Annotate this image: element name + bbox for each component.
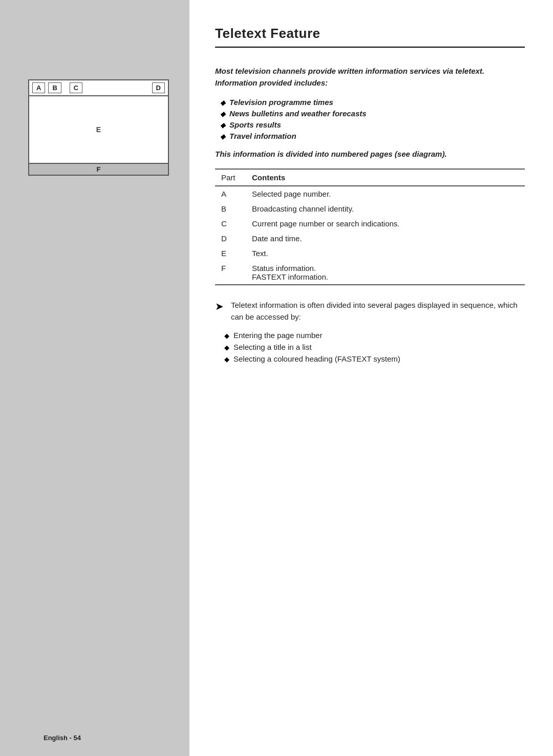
diamond-icon: ◆ [220, 99, 225, 107]
table-header-contents: Contents [246, 169, 525, 186]
diamond-icon: ◆ [224, 332, 229, 340]
table-cell-content: Status information.FASTEXT information. [246, 261, 525, 285]
diagram-cell-d: D [152, 82, 165, 93]
table-cell-part: A [215, 186, 246, 201]
note-section: ➤ Teletext information is often divided … [215, 300, 525, 323]
list-item: ◆ Television programme times [220, 98, 525, 107]
table-row: B Broadcasting channel identity. [215, 201, 525, 216]
left-sidebar: A B C D E F English - 54 [0, 0, 189, 756]
diamond-icon: ◆ [220, 110, 225, 118]
diamond-icon: ◆ [220, 133, 225, 140]
diagram-top-bar: A B C D [29, 80, 168, 96]
table-cell-part: F [215, 261, 246, 285]
diamond-icon: ◆ [220, 121, 225, 129]
table-row: E Text. [215, 246, 525, 261]
list-item: ◆ Travel information [220, 132, 525, 140]
table-cell-content: Current page number or search indication… [246, 216, 525, 231]
diagram-cell-c: C [70, 82, 82, 93]
info-table: Part Contents A Selected page number. B … [215, 169, 525, 285]
list-item: ◆ Sports results [220, 120, 525, 129]
list-item: ◆ Entering the page number [224, 331, 525, 340]
list-item: ◆ Selecting a coloured heading (FASTEXT … [224, 354, 525, 363]
diamond-icon: ◆ [224, 355, 229, 363]
table-cell-content: Text. [246, 246, 525, 261]
diamond-icon: ◆ [224, 344, 229, 351]
table-row: F Status information.FASTEXT information… [215, 261, 525, 285]
table-cell-part: D [215, 231, 246, 246]
diagram-note: This information is divided into numbere… [215, 150, 525, 158]
table-row: D Date and time. [215, 231, 525, 246]
table-cell-part: C [215, 216, 246, 231]
content-area: Teletext Feature Most television channel… [189, 0, 553, 756]
teletext-diagram: A B C D E F [28, 79, 169, 176]
note-text: Teletext information is often divided in… [231, 300, 525, 323]
table-cell-content: Selected page number. [246, 186, 525, 201]
bullet-list: ◆ Television programme times ◆ News bull… [215, 98, 525, 140]
table-cell-content: Broadcasting channel identity. [246, 201, 525, 216]
page-title: Teletext Feature [215, 26, 525, 48]
table-row: A Selected page number. [215, 186, 525, 201]
sub-bullet-list: ◆ Entering the page number ◆ Selecting a… [215, 331, 525, 363]
table-cell-content: Date and time. [246, 231, 525, 246]
diagram-bottom-bar-f: F [29, 163, 168, 175]
table-header-part: Part [215, 169, 246, 186]
list-item: ◆ Selecting a title in a list [224, 343, 525, 351]
table-row: C Current page number or search indicati… [215, 216, 525, 231]
table-cell-part: E [215, 246, 246, 261]
diagram-cell-b: B [48, 82, 61, 93]
page-footer: English - 54 [44, 734, 81, 742]
intro-text: Most television channels provide written… [215, 66, 525, 89]
arrow-icon: ➤ [215, 300, 224, 312]
diagram-content-e: E [29, 96, 168, 163]
table-cell-part: B [215, 201, 246, 216]
list-item: ◆ News bulletins and weather forecasts [220, 109, 525, 118]
diagram-cell-a: A [32, 82, 45, 93]
